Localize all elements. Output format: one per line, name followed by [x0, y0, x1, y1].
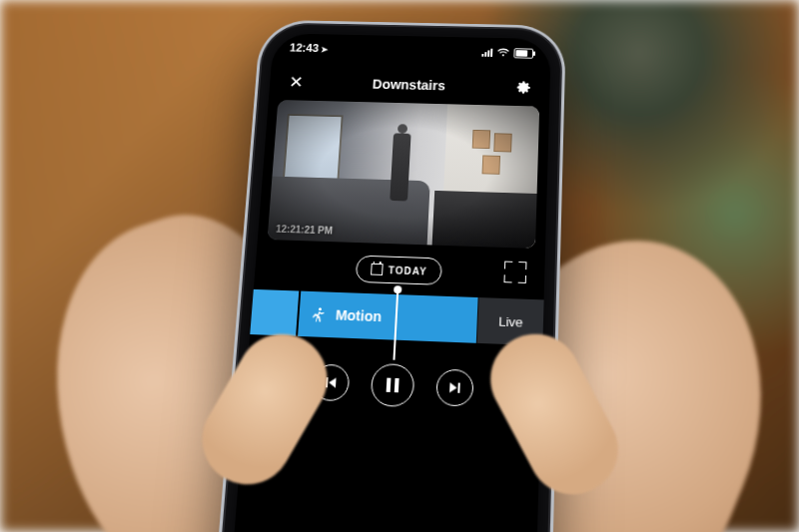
status-time: 12:43➤ — [290, 42, 330, 55]
close-button[interactable]: ✕ — [283, 70, 310, 94]
feed-timestamp: 12:21:21 PM — [276, 224, 333, 236]
app-header: ✕ Downstairs — [269, 65, 550, 105]
camera-feed[interactable]: 12:21:21 PM — [268, 100, 540, 249]
calendar-icon — [371, 264, 384, 275]
camera-title: Downstairs — [270, 74, 550, 95]
close-icon: ✕ — [288, 72, 304, 92]
live-label: Live — [498, 313, 523, 329]
skip-next-icon — [449, 382, 460, 393]
wifi-icon — [496, 48, 510, 57]
detected-person — [390, 133, 411, 201]
fullscreen-icon — [504, 262, 512, 269]
timeline-motion-segment[interactable]: Motion — [298, 291, 477, 343]
cellular-signal-icon — [481, 48, 492, 56]
date-label: TODAY — [389, 265, 427, 276]
battery-icon — [513, 48, 533, 58]
motion-label: Motion — [335, 307, 382, 325]
date-picker-button[interactable]: TODAY — [355, 256, 442, 285]
pause-button[interactable] — [371, 363, 415, 407]
pause-icon — [387, 378, 400, 393]
gear-icon — [514, 79, 532, 96]
motion-icon — [309, 305, 328, 323]
phone-notch — [348, 35, 473, 59]
fullscreen-button[interactable] — [503, 262, 526, 283]
next-clip-button[interactable] — [435, 368, 473, 406]
timeline-segment-pre[interactable] — [250, 289, 299, 336]
settings-button[interactable] — [510, 76, 536, 100]
location-services-icon: ➤ — [321, 45, 329, 54]
